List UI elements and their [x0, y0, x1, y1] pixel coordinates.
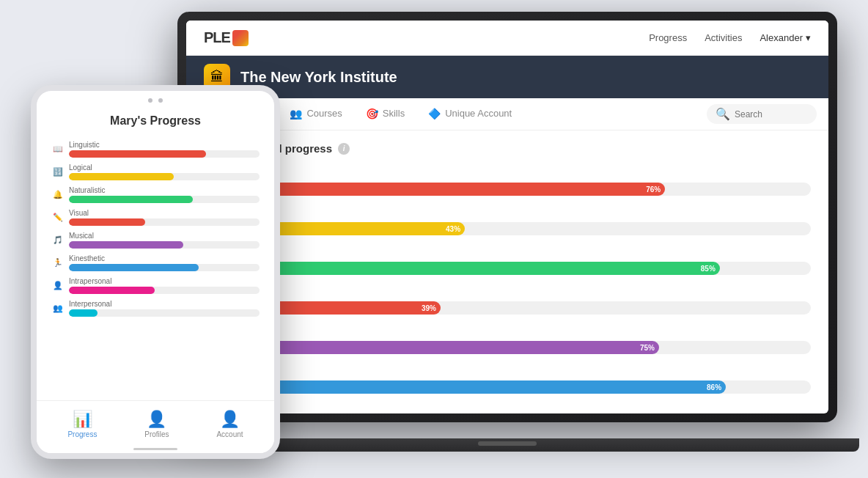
- progress-row: 🔔 Naturalistic 85%: [204, 244, 811, 275]
- tablet-bar-fill: [69, 196, 193, 203]
- tablet-bar-fill: [69, 218, 145, 226]
- progress-label: 🔢 Logical: [204, 205, 811, 219]
- progress-bar-bg: 85%: [204, 262, 811, 275]
- progress-section: Current school progress i 📖 Linguistic 7…: [186, 130, 828, 413]
- tablet-progress-rows: 📖 Linguistic 🔢 Logical 🔔 Naturalistic ✏️…: [51, 141, 260, 317]
- tablet-row-icon: ✏️: [51, 211, 65, 224]
- tablet-camera: [148, 98, 163, 103]
- tablet-nav-profiles[interactable]: 👤 Profiles: [144, 410, 169, 438]
- tablet-row-icon: 📖: [51, 143, 65, 156]
- progress-label: 🏃 Kinesthetic: [204, 363, 811, 378]
- progress-label: 🔔 Naturalistic: [204, 244, 811, 259]
- info-icon: i: [338, 143, 350, 155]
- account-tab-icon: 🔷: [428, 108, 441, 120]
- tab-courses-label: Courses: [306, 108, 342, 119]
- tablet-nav-account[interactable]: 👤 Account: [216, 410, 243, 438]
- logo-text: PLE: [204, 29, 230, 46]
- tablet-nav-progress[interactable]: 📊 Progress: [67, 410, 97, 438]
- progress-row: 🎵 Musical 75%: [204, 323, 811, 354]
- laptop-tabs: 📊 Progress 👥 Courses 🎯 Skills 🔷 Unique A…: [186, 98, 828, 130]
- tablet-profiles-icon: 👤: [147, 410, 166, 429]
- tablet-account-label: Account: [216, 430, 243, 438]
- tablet-row-icon: 👤: [51, 279, 65, 293]
- tablet-bar-fill: [69, 150, 206, 158]
- tablet-row-icon: 🏃: [51, 257, 65, 270]
- progress-row: 👤 Intrapersonal 46%: [204, 402, 811, 413]
- search-bar[interactable]: 🔍: [707, 104, 817, 124]
- tablet-progress-row: 🔔 Naturalistic: [51, 186, 260, 203]
- tablet-row-icon: 🔢: [51, 166, 65, 179]
- progress-bar-bg: 43%: [204, 222, 811, 235]
- tablet-row-icon: 🎵: [51, 234, 65, 247]
- tablet-bar-fill: [69, 264, 199, 271]
- laptop-screen: PLE Progress Activities Alexander ▾: [186, 21, 828, 413]
- tablet-bar-bg: [69, 218, 260, 226]
- progress-row: 📖 Linguistic 76%: [204, 165, 811, 196]
- progress-row: 🏃 Kinesthetic 86%: [204, 363, 811, 394]
- tablet-progress-label: Progress: [67, 430, 97, 438]
- tablet-bar-bg: [69, 309, 260, 317]
- tablet-row-content: Intrapersonal: [69, 277, 260, 294]
- tablet-progress-row: 👥 Interpersonal: [51, 300, 260, 317]
- tablet-row-content: Logical: [69, 163, 260, 180]
- tablet-row-label: Kinesthetic: [69, 254, 260, 262]
- tablet-title: Mary's Progress: [51, 114, 260, 128]
- logo-cube: [232, 30, 249, 46]
- courses-tab-icon: 👥: [290, 108, 302, 120]
- nav-links: Progress Activities Alexander ▾: [649, 32, 811, 43]
- tab-unique-account[interactable]: 🔷 Unique Account: [418, 98, 522, 130]
- progress-bar-bg: 39%: [204, 301, 811, 315]
- nav-progress[interactable]: Progress: [649, 32, 687, 43]
- tablet-progress-row: 🔢 Logical: [51, 163, 260, 180]
- scene: PLE Progress Activities Alexander ▾: [31, 12, 837, 466]
- progress-row: 🔢 Logical 43%: [204, 205, 811, 235]
- laptop-nav: PLE Progress Activities Alexander ▾: [186, 21, 828, 56]
- tablet-profiles-label: Profiles: [144, 430, 169, 438]
- tablet-bar-fill: [69, 309, 98, 317]
- progress-label: 👤 Intrapersonal: [204, 402, 811, 413]
- tablet-row-label: Musical: [69, 232, 260, 240]
- tab-skills[interactable]: 🎯 Skills: [356, 98, 415, 130]
- tablet-bar-bg: [69, 241, 260, 249]
- institute-header: 🏛 The New York Institute: [186, 56, 828, 98]
- tablet-row-label: Naturalistic: [69, 186, 260, 194]
- nav-user[interactable]: Alexander ▾: [760, 32, 811, 43]
- tablet-row-icon: 🔔: [51, 188, 65, 202]
- skills-tab-icon: 🎯: [366, 108, 378, 120]
- tablet-row-content: Naturalistic: [69, 186, 260, 203]
- progress-row: ✏️ Visual 39%: [204, 284, 811, 315]
- progress-label: ✏️ Visual: [204, 284, 811, 298]
- tab-courses[interactable]: 👥 Courses: [279, 98, 352, 130]
- tablet-progress-row: 🏃 Kinesthetic: [51, 254, 260, 271]
- tablet-row-content: Interpersonal: [69, 300, 260, 317]
- section-title: Current school progress i: [204, 142, 811, 155]
- search-input[interactable]: [735, 109, 808, 120]
- progress-bar-bg: 86%: [204, 380, 811, 394]
- tablet-progress-icon: 📊: [73, 410, 92, 429]
- tablet-progress-row: 📖 Linguistic: [51, 141, 260, 158]
- progress-bar-fill: 85%: [204, 262, 720, 275]
- progress-bar-fill: 86%: [204, 380, 726, 394]
- tablet-bar-bg: [69, 287, 260, 294]
- pleo-logo: PLE: [204, 29, 249, 46]
- tablet-row-icon: 👥: [51, 302, 65, 315]
- institute-name: The New York Institute: [240, 69, 397, 86]
- institute-emoji: 🏛: [210, 70, 224, 85]
- tablet-row-content: Musical: [69, 232, 260, 249]
- tablet-account-icon: 👤: [220, 410, 240, 429]
- chevron-down-icon: ▾: [806, 32, 811, 43]
- progress-rows: 📖 Linguistic 76% 🔢 Logical 43% 🔔 Natural…: [204, 165, 811, 413]
- progress-bar-bg: 75%: [204, 341, 811, 354]
- tablet-row-label: Linguistic: [69, 141, 260, 149]
- tablet-bar-bg: [69, 173, 260, 180]
- nav-activities[interactable]: Activities: [705, 32, 742, 43]
- tablet-bar-fill: [69, 173, 174, 180]
- tablet-row-content: Kinesthetic: [69, 254, 260, 271]
- progress-bar-bg: 76%: [204, 183, 811, 196]
- tablet-bar-fill: [69, 241, 183, 249]
- tablet-row-label: Interpersonal: [69, 300, 260, 308]
- tablet-bar-bg: [69, 150, 260, 158]
- tablet-row-label: Intrapersonal: [69, 277, 260, 285]
- camera-dot-1: [148, 98, 152, 103]
- tablet-bar-bg: [69, 196, 260, 203]
